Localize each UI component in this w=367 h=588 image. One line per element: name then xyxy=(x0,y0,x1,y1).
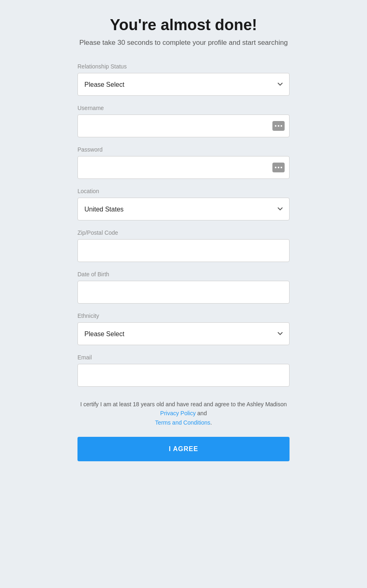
dot-1 xyxy=(275,125,276,127)
dot-2 xyxy=(278,125,279,127)
dob-label: Date of Birth xyxy=(77,271,290,277)
password-dots-icon-inner xyxy=(275,167,282,168)
ethnicity-group: Ethnicity Please Select Asian Black / Af… xyxy=(77,313,290,345)
relationship-status-select[interactable]: Please Select Single Married In a Relati… xyxy=(77,73,290,96)
ethnicity-select[interactable]: Please Select Asian Black / African Amer… xyxy=(77,322,290,345)
password-dot-3 xyxy=(281,167,282,168)
location-select[interactable]: United States Canada United Kingdom Aust… xyxy=(77,198,290,220)
location-label: Location xyxy=(77,188,290,194)
terms-conditions-link[interactable]: Terms and Conditions xyxy=(155,419,210,426)
cert-text-before: I certify I am at least 18 years old and… xyxy=(80,401,287,407)
password-input-wrapper xyxy=(77,156,290,179)
cert-and: and xyxy=(197,410,207,416)
relationship-status-label: Relationship Status xyxy=(77,63,290,70)
dob-group: Date of Birth xyxy=(77,271,290,304)
dots-icon-inner xyxy=(275,125,282,127)
agree-button[interactable]: I AGREE xyxy=(77,437,290,461)
email-group: Email xyxy=(77,354,290,387)
username-group: Username xyxy=(77,105,290,137)
zip-code-group: Zip/Postal Code xyxy=(77,229,290,262)
cert-period: . xyxy=(210,419,212,426)
dot-3 xyxy=(281,125,282,127)
username-input[interactable] xyxy=(77,115,290,137)
password-group: Password xyxy=(77,146,290,179)
username-input-wrapper xyxy=(77,115,290,137)
certification-text: I certify I am at least 18 years old and… xyxy=(77,400,290,427)
relationship-status-group: Relationship Status Please Select Single… xyxy=(77,63,290,96)
email-label: Email xyxy=(77,354,290,361)
zip-code-input[interactable] xyxy=(77,239,290,262)
password-label: Password xyxy=(77,146,290,153)
username-label: Username xyxy=(77,105,290,111)
form-container: Relationship Status Please Select Single… xyxy=(77,63,290,461)
page-title: You're almost done! xyxy=(110,16,257,34)
password-dots-icon xyxy=(272,163,285,172)
username-dots-icon xyxy=(272,121,285,131)
password-dot-2 xyxy=(278,167,279,168)
dob-input[interactable] xyxy=(77,281,290,304)
privacy-policy-link[interactable]: Privacy Policy xyxy=(160,410,196,416)
page-container: You're almost done! Please take 30 secon… xyxy=(8,16,359,564)
ethnicity-label: Ethnicity xyxy=(77,313,290,319)
location-group: Location United States Canada United Kin… xyxy=(77,188,290,220)
password-dot-1 xyxy=(275,167,276,168)
password-input[interactable] xyxy=(77,156,290,179)
zip-code-label: Zip/Postal Code xyxy=(77,229,290,236)
email-input[interactable] xyxy=(77,364,290,387)
page-subtitle: Please take 30 seconds to complete your … xyxy=(79,39,287,47)
